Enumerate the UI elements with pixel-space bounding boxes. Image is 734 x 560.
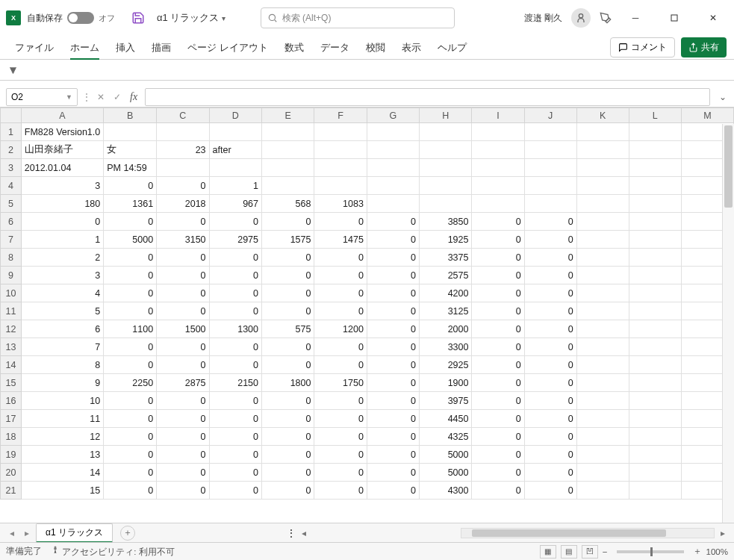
cell-I4[interactable] <box>472 177 524 195</box>
fx-icon[interactable]: fx <box>130 91 137 103</box>
ribbon-tab-7[interactable]: 校閲 <box>358 37 393 59</box>
cell-E6[interactable]: 0 <box>262 213 314 231</box>
cell-J5[interactable] <box>524 195 576 213</box>
cell-C19[interactable]: 0 <box>157 446 209 464</box>
cell-D2[interactable]: after <box>209 141 261 159</box>
cell-B20[interactable]: 0 <box>104 464 157 482</box>
cell-A12[interactable]: 6 <box>21 320 103 338</box>
cell-L8[interactable] <box>629 249 681 267</box>
column-header-L[interactable]: L <box>629 108 681 123</box>
cell-C16[interactable]: 0 <box>157 392 209 410</box>
share-button[interactable]: 共有 <box>681 37 727 57</box>
cell-L20[interactable] <box>629 464 681 482</box>
horizontal-scrollbar-thumb[interactable] <box>472 529 666 537</box>
ribbon-tab-6[interactable]: データ <box>313 37 357 59</box>
cell-J9[interactable]: 0 <box>524 267 576 284</box>
cell-E1[interactable] <box>262 123 314 141</box>
row-header-5[interactable]: 5 <box>1 195 22 213</box>
cell-B21[interactable]: 0 <box>104 482 157 500</box>
sheet-tab-0[interactable]: α1 リラックス <box>36 523 113 543</box>
cell-F6[interactable]: 0 <box>314 213 367 231</box>
cell-K8[interactable] <box>576 249 629 267</box>
cell-F9[interactable]: 0 <box>314 267 367 284</box>
cell-L4[interactable] <box>629 177 681 195</box>
cell-J4[interactable] <box>524 177 576 195</box>
column-header-E[interactable]: E <box>262 108 314 123</box>
cell-D8[interactable]: 0 <box>209 249 261 267</box>
cell-K7[interactable] <box>576 231 629 249</box>
cell-D12[interactable]: 1300 <box>209 320 261 338</box>
cell-C17[interactable]: 0 <box>157 410 209 428</box>
cell-F14[interactable]: 0 <box>314 356 367 374</box>
cell-I6[interactable]: 0 <box>472 213 524 231</box>
cell-E15[interactable]: 1800 <box>262 374 314 392</box>
cell-C5[interactable]: 2018 <box>157 195 209 213</box>
cell-A21[interactable]: 15 <box>21 482 103 500</box>
enter-formula-button[interactable]: ✓ <box>111 92 124 102</box>
cell-L16[interactable] <box>629 392 681 410</box>
ribbon-tab-5[interactable]: 数式 <box>277 37 311 59</box>
cell-B11[interactable]: 0 <box>104 302 157 320</box>
cell-E13[interactable]: 0 <box>262 338 314 356</box>
row-header-14[interactable]: 14 <box>1 356 22 374</box>
cell-A19[interactable]: 13 <box>21 446 103 464</box>
cell-I18[interactable]: 0 <box>472 428 524 446</box>
cell-C8[interactable]: 0 <box>157 249 209 267</box>
autosave-toggle-group[interactable]: 自動保存 オフ <box>27 12 115 25</box>
cell-F2[interactable] <box>314 141 367 159</box>
cell-K2[interactable] <box>576 141 629 159</box>
cell-F1[interactable] <box>314 123 367 141</box>
cell-J17[interactable]: 0 <box>524 410 576 428</box>
row-header-6[interactable]: 6 <box>1 213 22 231</box>
page-layout-view-button[interactable]: ▤ <box>561 545 577 559</box>
tab-nav-next[interactable]: ▸ <box>21 528 33 538</box>
cell-J13[interactable]: 0 <box>524 338 576 356</box>
cell-E21[interactable]: 0 <box>262 482 314 500</box>
cell-A5[interactable]: 180 <box>21 195 103 213</box>
column-header-B[interactable]: B <box>104 108 157 123</box>
zoom-level[interactable]: 100% <box>706 547 728 556</box>
ribbon-tab-9[interactable]: ヘルプ <box>430 37 474 59</box>
cell-G11[interactable]: 0 <box>367 302 419 320</box>
cell-E5[interactable]: 568 <box>262 195 314 213</box>
cell-H16[interactable]: 3975 <box>420 392 472 410</box>
cell-A3[interactable]: 2012.01.04 <box>21 159 103 177</box>
cell-K12[interactable] <box>576 320 629 338</box>
cell-C13[interactable]: 0 <box>157 338 209 356</box>
cell-L6[interactable] <box>629 213 681 231</box>
cell-K11[interactable] <box>576 302 629 320</box>
cell-A13[interactable]: 7 <box>21 338 103 356</box>
ribbon-tab-2[interactable]: 挿入 <box>108 37 143 59</box>
cell-L21[interactable] <box>629 482 681 500</box>
column-header-A[interactable]: A <box>21 108 103 123</box>
user-name[interactable]: 渡邉 剛久 <box>524 12 562 25</box>
cell-G17[interactable]: 0 <box>367 410 419 428</box>
cell-C9[interactable]: 0 <box>157 267 209 284</box>
cell-I5[interactable] <box>472 195 524 213</box>
cell-F21[interactable]: 0 <box>314 482 367 500</box>
cell-G8[interactable]: 0 <box>367 249 419 267</box>
cell-A17[interactable]: 11 <box>21 410 103 428</box>
cell-L7[interactable] <box>629 231 681 249</box>
close-button[interactable]: ✕ <box>698 6 728 30</box>
cell-K5[interactable] <box>576 195 629 213</box>
cell-D9[interactable]: 0 <box>209 267 261 284</box>
cell-I8[interactable]: 0 <box>472 249 524 267</box>
cell-I17[interactable]: 0 <box>472 410 524 428</box>
maximize-button[interactable] <box>659 6 689 30</box>
cell-E14[interactable]: 0 <box>262 356 314 374</box>
cell-G14[interactable]: 0 <box>367 356 419 374</box>
cell-H9[interactable]: 2575 <box>420 267 472 284</box>
row-header-18[interactable]: 18 <box>1 428 22 446</box>
cell-B17[interactable]: 0 <box>104 410 157 428</box>
cell-C21[interactable]: 0 <box>157 482 209 500</box>
cell-E7[interactable]: 1575 <box>262 231 314 249</box>
normal-view-button[interactable]: ▦ <box>540 545 556 559</box>
cell-G18[interactable]: 0 <box>367 428 419 446</box>
cell-F7[interactable]: 1475 <box>314 231 367 249</box>
cell-J19[interactable]: 0 <box>524 446 576 464</box>
cell-J12[interactable]: 0 <box>524 320 576 338</box>
cell-B12[interactable]: 1100 <box>104 320 157 338</box>
cell-A18[interactable]: 12 <box>21 428 103 446</box>
cell-C6[interactable]: 0 <box>157 213 209 231</box>
